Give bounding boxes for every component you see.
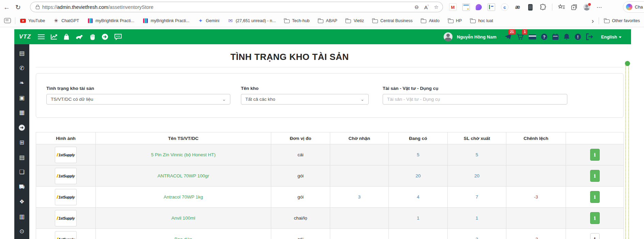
settings-more-icon[interactable]: ⋯ bbox=[596, 4, 603, 11]
product-link[interactable]: Antracol 70WP 1kg bbox=[164, 194, 203, 200]
purple-extension-icon[interactable] bbox=[476, 4, 482, 10]
sidebar-arrow-circle-right-icon[interactable]: ➜ bbox=[19, 125, 25, 131]
folder-icon bbox=[421, 19, 426, 23]
copilot-button[interactable]: Cha bbox=[623, 1, 644, 13]
form-filler-extension-icon[interactable] bbox=[462, 3, 470, 11]
warehouse-filter-select[interactable]: Tất cả các kho ⌄ bbox=[241, 94, 369, 105]
product-thumbnail: 1stSupply bbox=[55, 168, 77, 184]
menu-bars-icon[interactable] bbox=[38, 34, 45, 39]
bookmark-item[interactable]: hoc luat bbox=[470, 18, 493, 23]
bookmark-item[interactable]: ✉(27,651 unread) - n... bbox=[228, 18, 276, 23]
coccoc-extension-icon[interactable]: c bbox=[501, 3, 508, 11]
bookmark-item[interactable]: Vietiz bbox=[346, 18, 364, 23]
folder-icon bbox=[318, 19, 323, 23]
cart-button[interactable]: 1 bbox=[517, 33, 524, 40]
warehouse-filter-label: Tên kho bbox=[241, 86, 369, 91]
favorite-star-icon[interactable]: ☆ bbox=[434, 4, 439, 10]
sidebar-banknote-icon[interactable]: ▤ bbox=[18, 50, 26, 56]
sign-out-button[interactable] bbox=[586, 33, 593, 40]
difference-cell: -3 bbox=[506, 187, 566, 208]
pending-export-cell: 5 bbox=[448, 144, 506, 165]
product-link[interactable]: ANTRACOL 70WP 100gr bbox=[157, 173, 209, 178]
user-name[interactable]: Nguyễn Hồng Nam bbox=[457, 34, 496, 39]
language-selector[interactable]: English bbox=[601, 34, 622, 39]
other-favorites-button[interactable]: Other favorites bbox=[604, 18, 640, 23]
map-extension-icon[interactable] bbox=[488, 3, 495, 11]
alerts-button[interactable]: ! bbox=[574, 33, 581, 40]
info-button[interactable]: i bbox=[590, 191, 600, 203]
sidebar-tag-icon[interactable]: ❖ bbox=[18, 199, 26, 205]
product-link[interactable]: 5 Pin Zin Vinnic (bộ Honest HT) bbox=[151, 152, 216, 157]
asset-search-input[interactable] bbox=[383, 94, 567, 105]
sidebar-id-card-icon[interactable]: ▣ bbox=[18, 95, 26, 101]
sidebar-leaf-icon[interactable]: ❧ bbox=[18, 80, 26, 86]
extensions-puzzle-icon[interactable] bbox=[539, 4, 546, 11]
chevron-down-icon: ⌄ bbox=[361, 97, 364, 102]
help-button[interactable]: ? bbox=[541, 33, 548, 40]
notifications-bell-button[interactable] bbox=[563, 33, 570, 40]
bookmark-item[interactable]: myBrightlink Practi... bbox=[87, 18, 134, 23]
phone-extension-icon[interactable] bbox=[527, 4, 534, 11]
chart-line-icon[interactable] bbox=[50, 34, 58, 40]
info-button[interactable]: i bbox=[590, 233, 600, 239]
bookmark-item[interactable]: Central Business bbox=[372, 18, 413, 23]
bookmark-item[interactable]: ✳ChatGPT bbox=[53, 18, 79, 23]
column-header: Đang có bbox=[389, 132, 448, 144]
sidebar-calculator-icon[interactable]: ▦ bbox=[18, 110, 26, 115]
bookmark-item[interactable]: ABAP bbox=[318, 18, 337, 23]
sidebar-banknote-2-icon[interactable]: ▤ bbox=[18, 155, 26, 160]
bookmark-item[interactable]: HP bbox=[448, 18, 462, 23]
collections-icon[interactable] bbox=[571, 4, 578, 11]
product-thumbnail: 1stSupply bbox=[55, 147, 77, 163]
scrollbar-thumb[interactable] bbox=[625, 61, 630, 66]
status-filter-select[interactable]: TS/VT/DC có dữ liệu ⌄ bbox=[46, 94, 230, 105]
gmail-extension-icon[interactable]: M bbox=[449, 3, 457, 11]
app-logo[interactable]: VTZ bbox=[19, 33, 31, 40]
calendar-button[interactable] bbox=[552, 33, 559, 40]
profile-avatar-icon[interactable] bbox=[583, 4, 590, 11]
arrow-circle-right-icon[interactable] bbox=[102, 33, 108, 40]
messages-badge: 21 bbox=[508, 29, 516, 35]
sidebar-truck-icon[interactable]: ⛟ bbox=[18, 184, 26, 190]
ae-extension-icon[interactable]: æ bbox=[514, 4, 521, 11]
bookmark-item[interactable]: Akido bbox=[421, 18, 440, 23]
chat-icon[interactable] bbox=[114, 33, 122, 40]
folder-icon bbox=[372, 19, 378, 23]
bookmark-item[interactable]: YouTube bbox=[20, 18, 45, 23]
payment-card-button[interactable] bbox=[528, 34, 536, 40]
sidebar-whatsapp-icon[interactable]: ✆ bbox=[18, 65, 26, 71]
shopping-bag-icon[interactable] bbox=[63, 33, 70, 40]
sidebar-eye-icon[interactable]: ⊙ bbox=[18, 228, 26, 234]
messages-button[interactable]: 21 bbox=[504, 33, 512, 40]
address-bar[interactable]: https://admin.thevietfresh.com/assetInve… bbox=[30, 2, 443, 12]
bookmark-label: Vietiz bbox=[354, 18, 364, 23]
sidebar-newspaper-icon[interactable]: ▥ bbox=[18, 214, 26, 220]
zoom-out-icon[interactable]: ⊖ bbox=[414, 4, 419, 10]
status-filter-label: Tình trạng kho tài sản bbox=[46, 86, 230, 91]
custom-scrollbar-track[interactable] bbox=[625, 62, 629, 239]
back-icon[interactable]: ← bbox=[3, 4, 10, 11]
filter-panel: Tình trạng kho tài sản TS/VT/DC có dữ li… bbox=[36, 73, 624, 118]
bookmark-item[interactable]: ✦Gemini bbox=[198, 18, 219, 23]
favorites-hub-icon[interactable] bbox=[558, 4, 565, 11]
product-thumbnail: 1stSupply bbox=[55, 189, 77, 205]
reading-list-icon[interactable] bbox=[4, 18, 11, 23]
bookmark-item[interactable]: myBrightlink Practi... bbox=[142, 18, 189, 23]
product-link[interactable]: Bao dứa bbox=[174, 237, 192, 239]
info-button[interactable]: i bbox=[590, 212, 600, 224]
user-avatar[interactable] bbox=[444, 32, 453, 41]
refresh-icon[interactable]: ↻ bbox=[15, 4, 21, 11]
sidebar-grid-icon[interactable]: ⊞ bbox=[18, 140, 26, 145]
info-button[interactable]: i bbox=[590, 149, 600, 161]
info-button[interactable]: i bbox=[590, 170, 600, 182]
bookmark-item[interactable]: Tech-hub bbox=[284, 18, 309, 23]
product-link[interactable]: Anvil 100ml bbox=[171, 216, 195, 221]
bookmarks-overflow-chevron-icon[interactable]: › bbox=[592, 17, 594, 24]
brightlink-icon bbox=[143, 18, 148, 23]
animal-icon[interactable] bbox=[75, 34, 84, 40]
read-aloud-icon[interactable]: A⁾ bbox=[424, 4, 428, 10]
sidebar-book-icon[interactable]: ❏ bbox=[18, 169, 26, 175]
hand-icon[interactable] bbox=[90, 33, 96, 40]
bookmark-label: Akido bbox=[429, 18, 440, 23]
pending-receive-cell: 3 bbox=[330, 187, 389, 208]
